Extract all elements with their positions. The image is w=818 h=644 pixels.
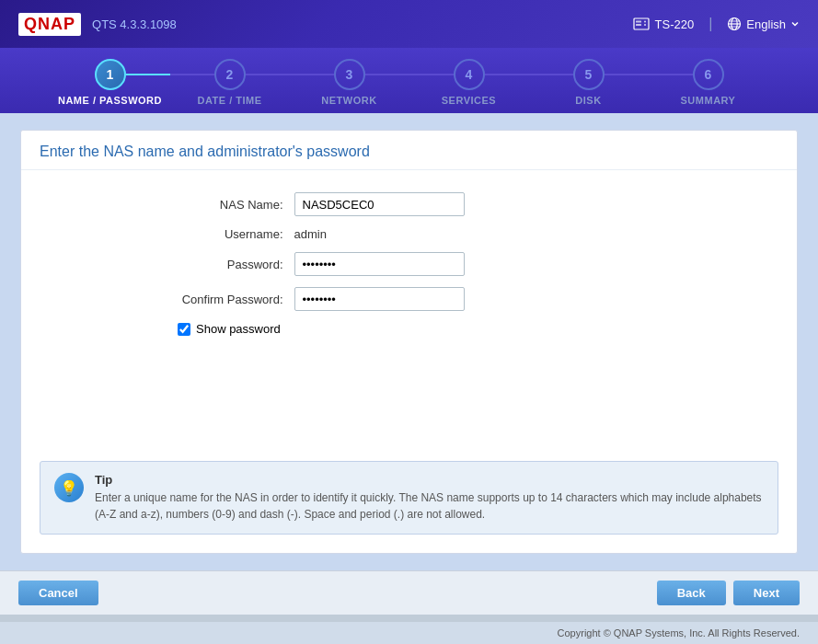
header: QNAP QTS 4.3.3.1098 TS-220 | Engli (0, 0, 818, 48)
cancel-button[interactable]: Cancel (18, 581, 98, 605)
step-2: 2 DATE / TIME (170, 59, 290, 106)
svg-point-3 (644, 21, 646, 23)
tip-icon: 💡 (54, 473, 84, 502)
svg-point-4 (644, 24, 646, 26)
nas-icon (633, 16, 650, 32)
username-label: Username: (156, 227, 294, 241)
device-name: TS-220 (633, 16, 695, 32)
step-5: 5 DISK (529, 59, 649, 106)
confirm-password-label: Confirm Password: (156, 293, 294, 306)
step-5-label: DISK (575, 95, 601, 106)
step-4-circle: 4 (454, 59, 485, 90)
nav-buttons: Back Next (657, 581, 800, 605)
show-password-checkbox[interactable] (178, 323, 190, 336)
username-value: admin (294, 227, 327, 241)
nas-name-label: NAS Name: (156, 198, 294, 212)
steps-container: 1 NAME / PASSWORD 2 DATE / TIME 3 NETWOR… (51, 59, 768, 106)
password-row: Password: (156, 252, 662, 276)
qts-version: QTS 4.3.3.1098 (92, 17, 177, 31)
chevron-down-icon (790, 19, 800, 29)
step-6-label: SUMMARY (681, 95, 736, 106)
back-button[interactable]: Back (657, 581, 726, 605)
language-label: English (746, 17, 786, 31)
username-row: Username: admin (156, 227, 662, 241)
scroll-area (0, 615, 818, 622)
step-3: 3 NETWORK (290, 59, 409, 106)
show-password-row: Show password (178, 322, 778, 336)
panel-body: NAS Name: Username: admin Password: Conf… (21, 170, 797, 461)
confirm-password-row: Confirm Password: (156, 287, 662, 311)
step-4-label: SERVICES (442, 95, 496, 106)
show-password-label[interactable]: Show password (196, 322, 281, 336)
form-table: NAS Name: Username: admin Password: Conf… (156, 192, 662, 311)
step-1-label: NAME / PASSWORD (58, 95, 162, 106)
password-label: Password: (156, 258, 294, 271)
step-2-circle: 2 (214, 59, 246, 90)
globe-icon (727, 17, 742, 31)
step-3-circle: 3 (334, 59, 365, 90)
header-right: TS-220 | English (633, 16, 800, 32)
step-3-label: NETWORK (321, 95, 376, 106)
copyright-bar: Copyright © QNAP Systems, Inc. All Right… (0, 622, 818, 644)
content-panel: Enter the NAS name and administrator's p… (20, 130, 798, 554)
nas-name-input[interactable] (294, 192, 465, 216)
copyright-text: Copyright © QNAP Systems, Inc. All Right… (558, 627, 800, 638)
qnap-logo: QNAP (18, 13, 81, 36)
step-6: 6 SUMMARY (649, 59, 768, 106)
step-4: 4 SERVICES (409, 59, 529, 106)
main-area: Enter the NAS name and administrator's p… (0, 113, 818, 570)
password-input[interactable] (294, 252, 465, 276)
svg-rect-0 (634, 18, 649, 29)
next-button[interactable]: Next (733, 581, 800, 605)
language-selector[interactable]: English (727, 17, 800, 31)
footer-bar: Cancel Back Next (0, 570, 818, 615)
svg-rect-1 (636, 21, 641, 23)
svg-rect-2 (636, 24, 641, 26)
tip-title: Tip (95, 473, 764, 487)
header-divider: | (709, 16, 712, 32)
tip-content: Tip Enter a unique name for the NAS in o… (95, 473, 764, 523)
nas-name-row: NAS Name: (156, 192, 662, 216)
step-2-label: DATE / TIME (197, 95, 261, 106)
panel-title: Enter the NAS name and administrator's p… (40, 144, 778, 160)
device-model: TS-220 (655, 17, 695, 31)
panel-header: Enter the NAS name and administrator's p… (21, 131, 797, 170)
header-left: QNAP QTS 4.3.3.1098 (18, 13, 177, 36)
confirm-password-input[interactable] (294, 287, 465, 311)
steps-bar: 1 NAME / PASSWORD 2 DATE / TIME 3 NETWOR… (0, 48, 818, 113)
step-6-circle: 6 (693, 59, 724, 90)
tip-text: Enter a unique name for the NAS in order… (95, 489, 764, 523)
step-1: 1 NAME / PASSWORD (51, 59, 170, 106)
step-5-circle: 5 (573, 59, 605, 90)
step-1-circle: 1 (95, 59, 126, 90)
tip-box: 💡 Tip Enter a unique name for the NAS in… (40, 461, 778, 535)
